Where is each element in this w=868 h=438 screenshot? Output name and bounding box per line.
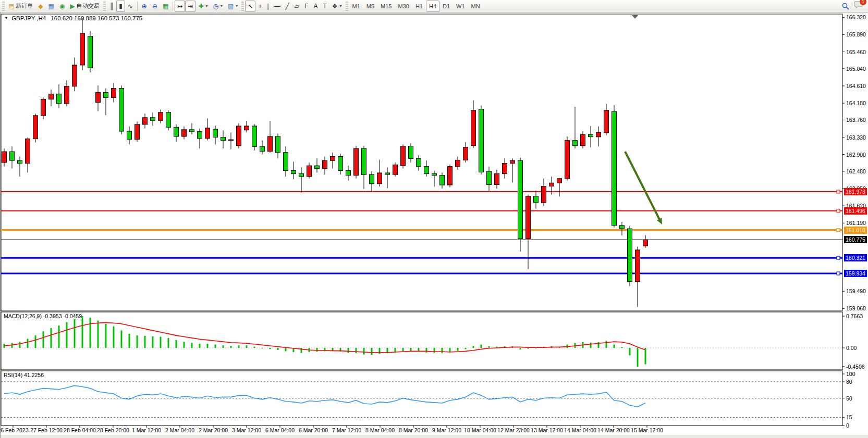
candle-bullish[interactable] <box>158 112 163 120</box>
candle-bearish[interactable] <box>346 170 351 175</box>
candle-bearish[interactable] <box>190 130 194 132</box>
candle-bullish[interactable] <box>49 94 54 99</box>
candle-bullish[interactable] <box>463 147 468 160</box>
candle-bullish[interactable] <box>557 179 562 183</box>
candle-bullish[interactable] <box>581 134 585 146</box>
candle-bearish[interactable] <box>362 148 366 174</box>
candle-bullish[interactable] <box>96 92 101 102</box>
horizontal-line-button[interactable]: — <box>272 1 283 12</box>
terminal-button[interactable]: ◉ <box>57 1 67 12</box>
candle-bullish[interactable] <box>549 183 554 186</box>
candle-bearish[interactable] <box>573 141 578 146</box>
timeframe-button-m1[interactable]: M1 <box>349 1 363 12</box>
toolbar-grip[interactable] <box>103 2 106 11</box>
candle-bullish[interactable] <box>643 240 648 246</box>
macd-pane[interactable] <box>1 312 842 370</box>
candle-bullish[interactable] <box>542 186 546 203</box>
candle-bearish[interactable] <box>487 171 492 184</box>
candle-bearish[interactable] <box>57 94 62 104</box>
candle-bearish[interactable] <box>620 226 625 229</box>
candle-bearish[interactable] <box>213 129 218 137</box>
candle-bullish[interactable] <box>526 196 531 239</box>
candle-bullish[interactable] <box>503 164 507 174</box>
candle-bullish[interactable] <box>72 65 77 86</box>
candle-bearish[interactable] <box>628 229 632 282</box>
data-window-button[interactable]: ▦ <box>46 1 57 12</box>
search-icon[interactable] <box>841 2 850 10</box>
trendline-button[interactable]: ╱ <box>283 1 292 12</box>
candle-bearish[interactable] <box>252 126 257 146</box>
hline-anchor-pivot-orange[interactable] <box>837 229 840 232</box>
candle-bullish[interactable] <box>135 124 140 140</box>
candle-bearish[interactable] <box>612 111 617 226</box>
candle-bullish[interactable] <box>456 160 460 166</box>
candle-bullish[interactable] <box>112 89 116 98</box>
cursor-button[interactable]: ↖ <box>245 1 255 12</box>
candle-bearish[interactable] <box>127 131 132 139</box>
candle-bearish[interactable] <box>10 152 15 160</box>
candle-bullish[interactable] <box>495 174 499 185</box>
autotrading-button[interactable]: ▶ 自动交易 <box>67 1 102 12</box>
tile-windows-button[interactable]: ▦ <box>160 1 171 12</box>
candle-bullish[interactable] <box>205 128 210 139</box>
candle-bearish[interactable] <box>174 127 179 136</box>
hline-anchor-resistance-1[interactable] <box>837 190 840 193</box>
candle-bearish[interactable] <box>409 146 413 159</box>
candle-bullish[interactable] <box>510 160 515 163</box>
hline-anchor-support-2[interactable] <box>837 272 840 275</box>
candle-bullish[interactable] <box>377 173 382 184</box>
timeframe-button-m5[interactable]: M5 <box>363 1 377 12</box>
candle-bearish[interactable] <box>534 196 539 203</box>
equidistant-channel-button[interactable]: ▱ <box>292 1 302 12</box>
periods-button[interactable]: ◷▾ <box>211 1 226 12</box>
candle-bearish[interactable] <box>424 167 429 174</box>
candle-bullish[interactable] <box>244 126 249 130</box>
toolbar-grip[interactable] <box>346 2 348 11</box>
market-watch-button[interactable]: ◆ <box>35 1 45 12</box>
bar-chart-button[interactable]: ║ <box>107 1 117 12</box>
toolbar-grip[interactable] <box>241 2 244 11</box>
candle-bullish[interactable] <box>323 160 327 168</box>
candle-bearish[interactable] <box>276 136 280 153</box>
indicators-button[interactable]: ✚▾ <box>195 1 210 12</box>
timeframe-button-d1[interactable]: D1 <box>439 1 453 12</box>
candle-bullish[interactable] <box>604 110 609 133</box>
candle-bearish[interactable] <box>18 160 22 163</box>
timeframe-button-w1[interactable]: W1 <box>453 1 468 12</box>
candle-bearish[interactable] <box>284 153 288 171</box>
candle-bullish[interactable] <box>565 141 570 179</box>
timeframe-button-m30[interactable]: M30 <box>395 1 412 12</box>
candle-bullish[interactable] <box>635 250 640 282</box>
hline-anchor-support-1[interactable] <box>837 256 840 259</box>
candle-bullish[interactable] <box>182 130 187 136</box>
templates-button[interactable]: ▨▾ <box>225 1 240 12</box>
candle-bullish[interactable] <box>33 116 38 139</box>
candle-bearish[interactable] <box>370 174 374 184</box>
chart-shift-button[interactable]: ⇥ <box>185 1 195 12</box>
candle-bearish[interactable] <box>417 158 421 166</box>
crosshair-button[interactable]: + <box>255 1 264 12</box>
candle-bearish[interactable] <box>104 92 108 97</box>
candle-bearish[interactable] <box>299 174 304 177</box>
zoom-in-button[interactable]: ⊕ <box>139 1 150 12</box>
new-order-button[interactable]: ▤ 新订单 <box>6 1 35 12</box>
timeframe-button-m15[interactable]: M15 <box>377 1 395 12</box>
candle-bearish[interactable] <box>88 36 93 68</box>
candle-bearish[interactable] <box>589 134 593 137</box>
candle-bullish[interactable] <box>354 148 359 176</box>
candle-bullish[interactable] <box>331 157 335 161</box>
candle-bearish[interactable] <box>518 160 523 239</box>
candle-bullish[interactable] <box>65 86 69 104</box>
candle-bullish[interactable] <box>596 132 601 136</box>
candle-bullish[interactable] <box>229 140 234 141</box>
fibonacci-button[interactable]: F <box>302 1 311 12</box>
auto-scroll-button[interactable]: ↦ <box>175 1 185 12</box>
text-button[interactable]: A <box>311 1 320 12</box>
vertical-line-button[interactable]: | <box>264 1 271 12</box>
timeframe-button-h1[interactable]: H1 <box>412 1 426 12</box>
hline-anchor-resistance-2[interactable] <box>837 209 840 212</box>
text-label-button[interactable]: T <box>320 1 329 12</box>
line-chart-button[interactable]: ∿ <box>125 1 136 12</box>
candle-bullish[interactable] <box>401 146 406 166</box>
candle-bullish[interactable] <box>393 165 398 175</box>
